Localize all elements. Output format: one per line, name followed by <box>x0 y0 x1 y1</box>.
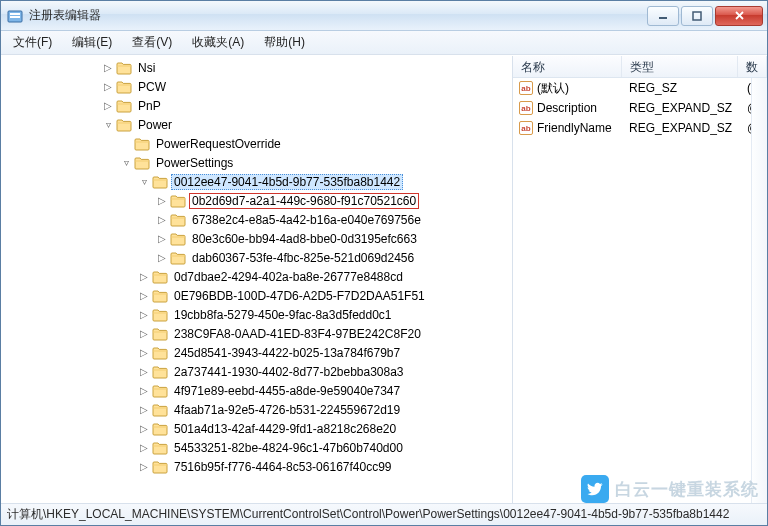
folder-icon <box>116 80 132 94</box>
string-value-icon: ab <box>519 81 533 95</box>
tree-item[interactable]: ▷PnP <box>101 96 512 115</box>
menu-favorites[interactable]: 收藏夹(A) <box>182 31 254 54</box>
scrollbar[interactable] <box>751 78 767 503</box>
expand-icon[interactable]: ▷ <box>101 81 115 92</box>
tree-item[interactable]: ▷0b2d69d7-a2a1-449c-9680-f91c70521c60 <box>101 191 512 210</box>
tree-item-label: Nsi <box>135 60 158 76</box>
folder-icon <box>170 251 186 265</box>
folder-icon <box>134 156 150 170</box>
collapse-icon[interactable]: ▿ <box>119 157 133 168</box>
tree-item-label: 245d8541-3943-4422-b025-13a784f679b7 <box>171 345 403 361</box>
value-row[interactable]: ab(默认)REG_SZ(数 <box>513 78 767 98</box>
expand-icon[interactable]: ▷ <box>137 404 151 415</box>
tree-item[interactable]: ▷4faab71a-92e5-4726-b531-224559672d19 <box>101 400 512 419</box>
tree-item[interactable]: ▷0E796BDB-100D-47D6-A2D5-F7D2DAA51F51 <box>101 286 512 305</box>
folder-icon <box>116 61 132 75</box>
tree-item-label: 238C9FA8-0AAD-41ED-83F4-97BE242C8F20 <box>171 326 424 342</box>
minimize-button[interactable] <box>647 6 679 26</box>
expand-icon[interactable]: ▷ <box>101 62 115 73</box>
tree-item-label: PnP <box>135 98 164 114</box>
value-row[interactable]: abFriendlyNameREG_EXPAND_SZ@ <box>513 118 767 138</box>
tree-item-label: PCW <box>135 79 169 95</box>
folder-icon <box>116 99 132 113</box>
folder-icon <box>152 403 168 417</box>
tree-item-label: PowerSettings <box>153 155 236 171</box>
folder-icon <box>152 289 168 303</box>
expand-icon[interactable]: ▷ <box>137 271 151 282</box>
tree-item[interactable]: ▿0012ee47-9041-4b5d-9b77-535fba8b1442 <box>101 172 512 191</box>
expand-icon[interactable]: ▷ <box>137 347 151 358</box>
value-name: FriendlyName <box>537 121 612 135</box>
tree-item[interactable]: ▷238C9FA8-0AAD-41ED-83F4-97BE242C8F20 <box>101 324 512 343</box>
tree-item[interactable]: ▷Nsi <box>101 58 512 77</box>
value-type: REG_EXPAND_SZ <box>623 101 741 115</box>
col-type[interactable]: 类型 <box>622 56 738 77</box>
tree-item[interactable]: ▷4f971e89-eebd-4455-a8de-9e59040e7347 <box>101 381 512 400</box>
list-body[interactable]: ab(默认)REG_SZ(数abDescriptionREG_EXPAND_SZ… <box>513 78 767 503</box>
tree-item-label: 19cbb8fa-5279-450e-9fac-8a3d5fedd0c1 <box>171 307 395 323</box>
expand-icon[interactable]: ▷ <box>137 442 151 453</box>
close-button[interactable] <box>715 6 763 26</box>
col-data[interactable]: 数 <box>738 56 767 77</box>
menu-help[interactable]: 帮助(H) <box>254 31 315 54</box>
tree-pane[interactable]: ▷Nsi▷PCW▷PnP▿Power PowerRequestOverride▿… <box>1 56 513 503</box>
tree-item[interactable]: ▷54533251-82be-4824-96c1-47b60b740d00 <box>101 438 512 457</box>
maximize-button[interactable] <box>681 6 713 26</box>
svg-rect-1 <box>10 13 20 15</box>
tree-item[interactable]: ▷245d8541-3943-4422-b025-13a784f679b7 <box>101 343 512 362</box>
tree-item[interactable]: ▿PowerSettings <box>101 153 512 172</box>
expand-icon[interactable]: ▷ <box>101 100 115 111</box>
value-name: (默认) <box>537 80 569 97</box>
menu-view[interactable]: 查看(V) <box>122 31 182 54</box>
tree-item-label: 4f971e89-eebd-4455-a8de-9e59040e7347 <box>171 383 403 399</box>
window-title: 注册表编辑器 <box>29 7 645 24</box>
tree-item-label: 54533251-82be-4824-96c1-47b60b740d00 <box>171 440 406 456</box>
tree-item[interactable]: ▷dab60367-53fe-4fbc-825e-521d069d2456 <box>101 248 512 267</box>
tree-item[interactable]: ▷6738e2c4-e8a5-4a42-b16a-e040e769756e <box>101 210 512 229</box>
folder-icon <box>152 460 168 474</box>
folder-icon <box>152 270 168 284</box>
expand-icon[interactable]: ▷ <box>137 309 151 320</box>
tree-item-label: 2a737441-1930-4402-8d77-b2bebba308a3 <box>171 364 407 380</box>
tree-item[interactable]: ▷80e3c60e-bb94-4ad8-bbe0-0d3195efc663 <box>101 229 512 248</box>
expand-icon[interactable]: ▷ <box>137 423 151 434</box>
folder-icon <box>170 232 186 246</box>
tree-item-label: dab60367-53fe-4fbc-825e-521d069d2456 <box>189 250 417 266</box>
tree-item[interactable]: PowerRequestOverride <box>101 134 512 153</box>
window-buttons <box>645 6 763 26</box>
regedit-window: 注册表编辑器 文件(F) 编辑(E) 查看(V) 收藏夹(A) 帮助(H) ▷N… <box>0 0 768 526</box>
expand-icon[interactable]: ▷ <box>155 214 169 225</box>
tree-item[interactable]: ▷19cbb8fa-5279-450e-9fac-8a3d5fedd0c1 <box>101 305 512 324</box>
folder-icon <box>170 213 186 227</box>
collapse-icon[interactable]: ▿ <box>101 119 115 130</box>
tree-item[interactable]: ▷501a4d13-42af-4429-9fd1-a8218c268e20 <box>101 419 512 438</box>
tree-item-label: 6738e2c4-e8a5-4a42-b16a-e040e769756e <box>189 212 424 228</box>
menu-edit[interactable]: 编辑(E) <box>62 31 122 54</box>
tree-item-label: 7516b95f-f776-4464-8c53-06167f40cc99 <box>171 459 395 475</box>
expand-icon[interactable]: ▷ <box>155 195 169 206</box>
folder-icon <box>152 327 168 341</box>
folder-icon <box>134 137 150 151</box>
menu-file[interactable]: 文件(F) <box>3 31 62 54</box>
svg-rect-4 <box>693 12 701 20</box>
tree-item[interactable]: ▷PCW <box>101 77 512 96</box>
expand-icon[interactable]: ▷ <box>137 461 151 472</box>
col-name[interactable]: 名称 <box>513 56 622 77</box>
folder-icon <box>152 384 168 398</box>
tree-item[interactable]: ▷7516b95f-f776-4464-8c53-06167f40cc99 <box>101 457 512 476</box>
titlebar[interactable]: 注册表编辑器 <box>1 1 767 31</box>
expand-icon[interactable]: ▷ <box>137 385 151 396</box>
expand-icon[interactable]: ▷ <box>137 328 151 339</box>
tree-item[interactable]: ▷2a737441-1930-4402-8d77-b2bebba308a3 <box>101 362 512 381</box>
value-type: REG_SZ <box>623 81 741 95</box>
collapse-icon[interactable]: ▿ <box>137 176 151 187</box>
value-row[interactable]: abDescriptionREG_EXPAND_SZ@ <box>513 98 767 118</box>
tree-item[interactable]: ▷0d7dbae2-4294-402a-ba8e-26777e8488cd <box>101 267 512 286</box>
tree-item[interactable]: ▿Power <box>101 115 512 134</box>
expand-icon[interactable]: ▷ <box>137 290 151 301</box>
expand-icon[interactable]: ▷ <box>137 366 151 377</box>
expand-icon[interactable]: ▷ <box>155 252 169 263</box>
tree-item-label: Power <box>135 117 175 133</box>
list-header[interactable]: 名称 类型 数 <box>513 56 767 78</box>
expand-icon[interactable]: ▷ <box>155 233 169 244</box>
